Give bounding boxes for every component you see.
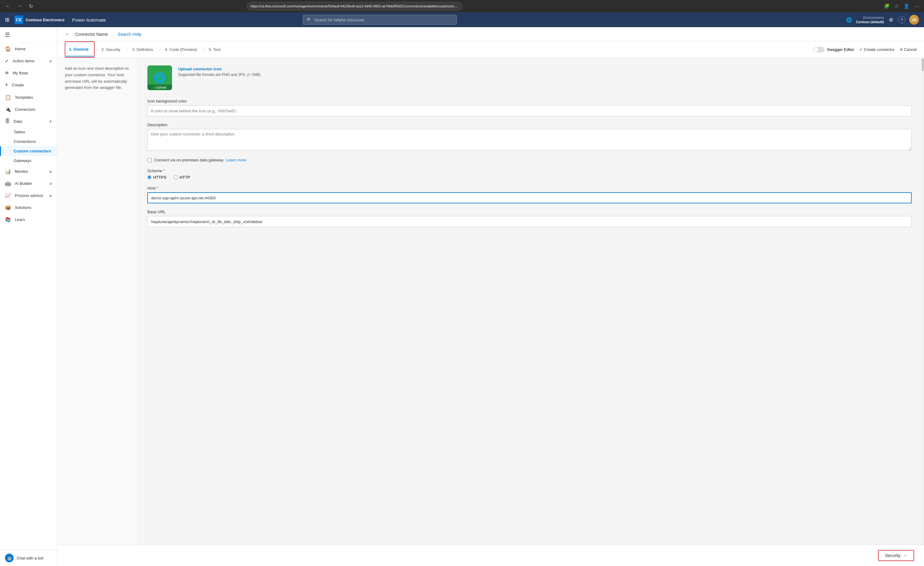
create-icon: + [5,82,8,88]
step-security-label: 2. Security [101,47,120,52]
cancel-icon: ✕ [900,47,903,52]
sidebar-item-process-advisor[interactable]: 📈 Process advisor ∨ [0,190,57,202]
checkbox-label: Connect via on-premises data gateway [154,158,224,163]
http-option[interactable]: HTTP [174,175,190,180]
cancel-button[interactable]: ✕ Cancel [900,47,916,52]
step-test-label: 5. Test [209,47,220,52]
steps-nav: 1. General › 2. Security › 3. Definition… [57,41,924,58]
sidebar-chat-bot[interactable]: 🤖 Chat with a bot [0,549,57,566]
browser-bar: ← → ↻ https://us.flow.microsoft.com/mana… [0,0,924,12]
learn-more-link[interactable]: Learn more [226,158,246,163]
connector-header: ← Connector Name Search Help [57,27,924,41]
more-btn[interactable]: ⋯ [913,2,920,10]
bookmark-btn[interactable]: ☆ [894,2,900,10]
connector-icon-box: 🌐 ↑ Upload [147,65,172,90]
sidebar-item-connections[interactable]: Connections [0,137,57,146]
browser-refresh-btn[interactable]: ↻ [27,2,35,11]
scrollbar[interactable] [921,58,924,545]
sidebar-item-tables[interactable]: Tables [0,127,57,137]
waffle-icon[interactable]: ⊞ [5,17,9,23]
step-test[interactable]: 5. Test [206,43,225,56]
sidebar-item-create[interactable]: + Create [0,79,57,91]
swagger-toggle-switch[interactable] [813,47,824,53]
header-search[interactable]: 🔍 Search for helpful resources [303,15,457,25]
http-label: HTTP [180,175,190,180]
search-help-button[interactable]: Search Help [118,32,141,37]
on-premises-checkbox[interactable] [147,158,152,163]
sidebar-label-process-advisor: Process advisor [15,193,43,198]
check-icon: ✓ [859,47,862,52]
upload-connector-icon-link[interactable]: Upload connector icon [178,67,261,71]
chat-avatar: 🤖 [5,554,14,562]
header-right: 🌐 Environments Contoso (default) ⚙ ? JD [846,15,919,25]
sidebar-label-custom-connectors: Custom connectors [14,149,51,154]
sidebar-item-home[interactable]: 🏠 Home [0,43,57,55]
swagger-editor-label: Swagger Editor [827,47,854,52]
step-security[interactable]: 2. Security [98,43,125,56]
extensions-btn[interactable]: 🧩 [883,2,891,10]
step-chevron-2: › [125,48,129,52]
icon-bg-color-input[interactable] [147,105,912,116]
sidebar-item-ai-builder[interactable]: 🤖 AI Builder ∨ [0,178,57,190]
data-icon: 🗄 [5,119,10,124]
address-bar[interactable]: https://us.flow.microsoft.com/manage/env… [247,2,462,11]
step-general[interactable]: 1. General [66,42,93,56]
base-url-input[interactable] [147,216,912,227]
main-layout: ☰ 🏠 Home ✓ Action items ∨ ≋ My flows + C… [0,27,924,566]
browser-right-icons: 🧩 ☆ 👤 ⋯ [883,2,920,10]
sidebar-item-data[interactable]: 🗄 Data ∧ [0,116,57,127]
base-url-label: Base URL [147,209,912,214]
process-chevron-icon: ∨ [50,194,52,198]
description-group: Description [147,122,912,152]
sidebar-label-action-items: Action items [13,59,34,63]
settings-btn[interactable]: ⚙ [888,16,894,24]
step-code[interactable]: 4. Code (Preview) [162,43,202,56]
two-col-layout: Add an icon and short description to you… [57,58,924,545]
sidebar-item-connectors[interactable]: 🔌 Connectors [0,103,57,116]
swagger-toggle: Swagger Editor [813,47,854,53]
host-input[interactable] [147,192,912,203]
https-option[interactable]: HTTPS [147,175,166,180]
sidebar-item-my-flows[interactable]: ≋ My flows [0,67,57,79]
description-input[interactable] [147,129,912,151]
app-header: ⊞ CE Contoso Electronics Power Automate … [0,12,924,27]
connector-toolbar: Swagger Editor ✓ Create connector ✕ Canc… [813,47,916,53]
avatar[interactable]: JD [909,15,919,25]
sidebar-item-monitor[interactable]: 📊 Monitor ∨ [0,166,57,178]
sidebar-label-solutions: Solutions [15,205,31,210]
sidebar-item-custom-connectors[interactable]: Custom connectors [0,146,57,156]
sidebar-label-gateways: Gateways [14,158,32,163]
sidebar-item-templates[interactable]: 📋 Templates [0,91,57,103]
sidebar-item-gateways[interactable]: Gateways [0,156,57,166]
upload-btn-label: Upload [156,86,166,89]
help-btn[interactable]: ? [898,16,906,23]
icon-bg-color-label: Icon background color [147,99,912,103]
sidebar-label-connectors: Connectors [15,107,35,112]
scheme-label: Scheme * [147,169,912,173]
upload-button[interactable]: ↑ Upload [147,84,172,90]
product-name: Power Automate [72,17,106,23]
scheme-required: * [163,169,165,173]
scrollbar-thumb [922,59,924,71]
step-definition[interactable]: 3. Definition [129,43,158,56]
browser-back-btn[interactable]: ← [4,2,12,10]
security-button[interactable]: Security → [878,550,914,561]
company-name: Contoso Electronics [26,18,64,22]
https-radio[interactable] [147,175,152,179]
sidebar: ☰ 🏠 Home ✓ Action items ∨ ≋ My flows + C… [0,27,57,566]
sidebar-label-connections: Connections [14,139,36,144]
sidebar-item-action-items[interactable]: ✓ Action items ∨ [0,55,57,67]
bottom-bar: Security → [57,545,924,566]
icon-upload-row: 🌐 ↑ Upload Upload connector icon Support… [147,65,912,90]
back-button[interactable]: ← [65,31,70,37]
browser-forward-btn[interactable]: → [15,2,24,10]
sidebar-item-solutions[interactable]: 📦 Solutions [0,202,57,214]
profile-btn[interactable]: 👤 [902,2,911,10]
sidebar-toggle[interactable]: ☰ [0,27,57,43]
create-connector-button[interactable]: ✓ Create connector [859,47,895,52]
http-radio[interactable] [174,175,178,179]
sidebar-item-learn[interactable]: 📚 Learn [0,214,57,226]
create-connector-label: Create connector [864,47,895,52]
home-icon: 🏠 [5,46,11,52]
upload-arrow-icon: ↑ [153,86,155,89]
